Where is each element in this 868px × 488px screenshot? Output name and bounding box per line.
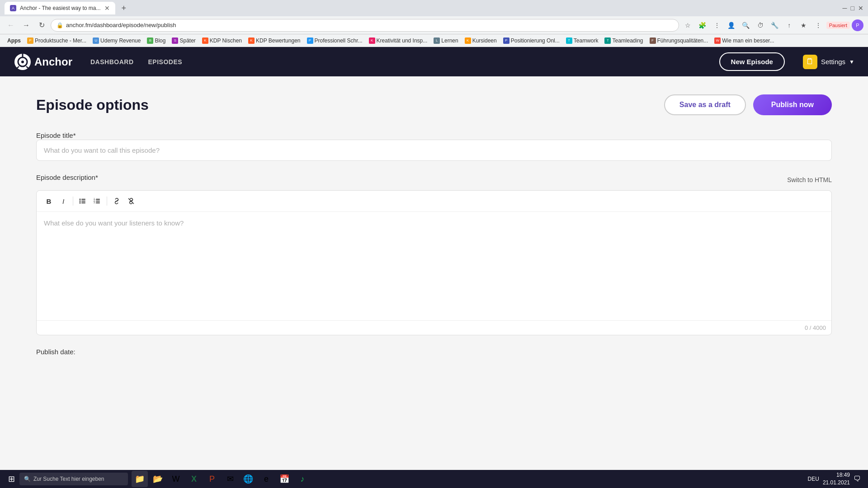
bookmark-label-14: Führungsqualitäten... [657,38,708,44]
bookmark-teamwork[interactable]: T Teamwork [563,37,601,45]
bookmark-label-5: KDP Nischen [210,38,242,44]
svg-rect-13 [96,199,100,200]
bookmark-apps[interactable]: Apps [5,37,24,45]
lock-icon: 🔒 [57,22,63,28]
editor-footer: 0 / 4000 [37,320,831,335]
bookmark-kdp-bewertungen[interactable]: K KDP Bewertungen [245,37,303,45]
bookmark-icon-4: S [172,38,178,44]
svg-rect-7 [81,199,85,200]
bookmark-label-12: Teamwork [574,38,599,44]
bookmark-label-13: Teamleading [612,38,643,44]
bookmark-star-icon[interactable]: ★ [797,19,810,32]
back-button[interactable]: ← [5,19,17,32]
nav-episodes[interactable]: EPISODES [148,58,183,66]
address-bar[interactable]: 🔒 anchor.fm/dashboard/episode/new/publis… [51,19,679,32]
history-icon[interactable]: ⏱ [754,19,767,32]
episode-title-label: Episode title* [36,131,76,139]
bookmark-teamleading[interactable]: T Teamleading [602,37,646,45]
sync-icon[interactable]: ↑ [783,19,796,32]
extension-icon[interactable]: 🧩 [696,19,709,32]
active-tab[interactable]: A Anchor - The easiest way to ma... ✕ [5,2,115,14]
switch-html-button[interactable]: Switch to HTML [787,176,832,183]
bold-button[interactable]: B [42,194,56,208]
bookmark-spaeter[interactable]: S Später [169,37,198,45]
save-draft-button[interactable]: Save as a draft [664,94,746,115]
profile-button[interactable]: P [852,19,863,31]
browser-titlebar: A Anchor - The easiest way to ma... ✕ + … [0,0,868,16]
bookmark-wieman[interactable]: W Wie man ein besser... [712,37,777,45]
bookmark-icon-6: K [248,38,255,44]
svg-rect-17 [96,202,100,203]
svg-rect-9 [81,201,85,202]
bookmark-udemy[interactable]: U Udemy Revenue [90,37,143,45]
svg-text:3.: 3. [94,201,95,204]
bookmark-kursideen[interactable]: K Kursideen [462,37,500,45]
episode-title-input[interactable] [36,140,832,161]
settings-label: Settings [821,58,845,66]
user-icon[interactable]: 👤 [725,19,738,32]
bookmark-icon-5: K [202,38,208,44]
bookmark-lernen[interactable]: L Lernen [431,37,461,45]
app-nav-links: DASHBOARD EPISODES [90,58,182,66]
link-button[interactable] [110,194,123,208]
minimize-button[interactable]: ─ [843,5,847,12]
description-editor: B I [36,190,832,335]
bookmarks-icon[interactable]: ☆ [682,19,694,32]
bookmark-kdp-nischen[interactable]: K KDP Nischen [199,37,245,45]
settings-button[interactable]: 🗒 Settings ▼ [803,55,854,69]
new-episode-button[interactable]: New Episode [719,52,785,71]
bookmark-icon-9: L [434,38,440,44]
bookmark-label-8: Kreativität und Insp... [377,38,428,44]
close-browser-button[interactable]: ✕ [858,5,863,12]
bookmark-label-7: Professionell Schr... [315,38,363,44]
italic-button[interactable]: I [57,194,70,208]
anchor-logo-icon [14,53,32,71]
bookmark-label-2: Udemy Revenue [100,38,141,44]
apps-label: Apps [7,38,21,44]
tab-close-button[interactable]: ✕ [104,5,110,12]
more-icon[interactable]: ⋮ [812,19,825,32]
forward-button[interactable]: → [20,19,33,32]
bookmark-label-6: KDP Bewertungen [256,38,301,44]
page-title: Episode options [36,97,149,113]
new-tab-button[interactable]: + [119,4,129,13]
tab-title: Anchor - The easiest way to ma... [20,5,101,11]
bookmark-label-1: Produktsuche - Mer... [35,38,86,44]
bookmark-positionierung[interactable]: P Positionierung Onl... [500,37,562,45]
svg-line-18 [128,198,134,204]
bookmark-icon-1: P [27,38,33,44]
publish-now-button[interactable]: Publish now [753,94,832,115]
bookmark-icon-10: K [465,38,471,44]
ordered-list-button[interactable]: 1. 2. 3. [90,194,104,208]
bookmark-produktsuche[interactable]: P Produktsuche - Mer... [24,37,89,45]
toolbar-divider-1 [73,197,73,206]
bookmark-fuehrung[interactable]: F Führungsqualitäten... [647,37,711,45]
description-placeholder: What else do you want your listeners to … [44,219,184,227]
paused-badge[interactable]: Pausiert [826,22,850,29]
svg-rect-11 [81,202,85,203]
bookmark-icon-3: B [147,38,153,44]
bookmark-label-9: Lernen [441,38,458,44]
bookmark-icon-13: T [604,38,611,44]
bullet-list-button[interactable] [76,194,90,208]
search-icon[interactable]: 🔍 [740,19,752,32]
bookmark-kreativitaet[interactable]: K Kreativität und Insp... [366,37,430,45]
bookmark-icon-8: K [369,38,375,44]
bookmark-blog[interactable]: B Blog [144,37,168,45]
settings-icon: 🗒 [803,55,817,69]
nav-dashboard[interactable]: DASHBOARD [90,58,134,66]
bookmarks-bar: Apps P Produktsuche - Mer... U Udemy Rev… [0,34,868,47]
toolbar-divider-2 [107,197,107,206]
svg-point-6 [80,199,81,200]
description-editor-content[interactable]: What else do you want your listeners to … [37,212,831,320]
unlink-button[interactable] [124,194,138,208]
reload-button[interactable]: ↻ [35,19,48,32]
bookmark-professionell[interactable]: P Professionell Schr... [304,37,365,45]
maximize-button[interactable]: □ [851,5,854,12]
description-header: Episode description* Switch to HTML [36,174,832,186]
app-logo-text: Anchor [34,56,72,68]
bookmark-label-15: Wie man ein besser... [722,38,774,44]
extensions-icon2[interactable]: 🔧 [769,19,781,32]
toolbar-icons: ☆ 🧩 ⋮ 👤 🔍 ⏱ 🔧 ↑ ★ ⋮ Pausiert P [682,19,863,32]
settings-icon[interactable]: ⋮ [711,19,723,32]
